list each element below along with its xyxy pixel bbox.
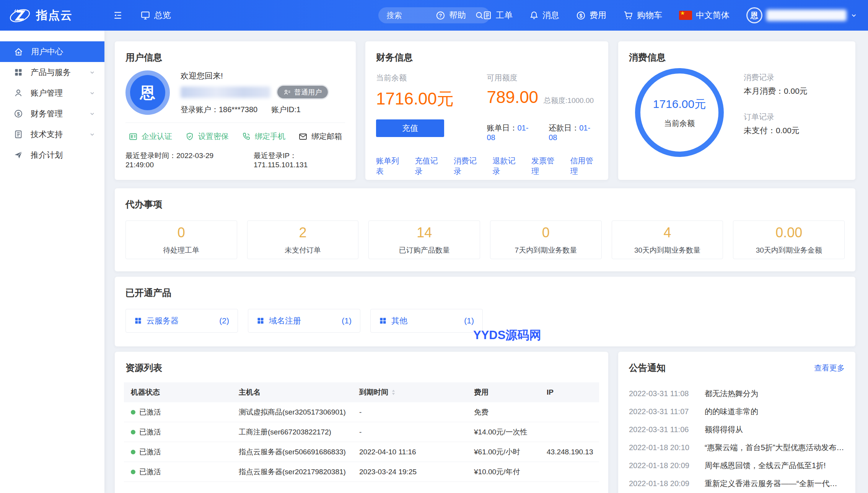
chevron-down-icon <box>89 131 95 137</box>
top-navbar: 指点云 总览 <box>0 0 868 31</box>
todo-expiring-7days[interactable]: 0 7天内到期业务数量 <box>490 220 602 259</box>
nav-message[interactable]: 消息 <box>529 10 559 21</box>
card-title: 消费信息 <box>618 41 855 64</box>
svg-text:$: $ <box>17 111 20 117</box>
link-refund-records[interactable]: 退款记录 <box>493 156 520 176</box>
view-more-link[interactable]: 查看更多 <box>814 363 845 373</box>
unpaid-value: 未支付：0.00元 <box>744 125 808 136</box>
link-invoice-management[interactable]: 发票管理 <box>531 156 559 176</box>
shield-check-icon <box>185 132 194 141</box>
china-flag-icon: ★ <box>679 11 692 20</box>
announcement-item[interactable]: 2022-01-18 20:10 “惠聚云端，首台5折”大型优惠活动发布上线 <box>629 439 845 457</box>
nav-fee[interactable]: $ 费用 <box>576 10 606 21</box>
todo-card: 代办事项 0 待处理工单 2 未支付订单 14 已订购产品数量 0 7天内到期业… <box>115 188 855 271</box>
announcement-item[interactable]: 2022-01-18 20:09 重新定义香港云服务器——“全新一代香港云主机”… <box>629 475 845 493</box>
card-title: 代办事项 <box>115 188 855 211</box>
watermark: YYDS源码网 <box>473 327 541 343</box>
verify-email[interactable]: 绑定邮箱 <box>298 131 342 142</box>
sidebar-collapse-icon[interactable] <box>113 10 123 20</box>
welcome-text: 欢迎您回来! <box>181 70 328 81</box>
search-icon[interactable] <box>475 11 484 20</box>
user-info-card: 用户信息 恩 欢迎您回来! 普通用户 <box>115 41 356 180</box>
svg-text:$: $ <box>580 12 583 18</box>
table-row[interactable]: 已激活 指点云服务器(ser506691686833) 2022-04-10 1… <box>124 442 599 462</box>
todo-unpaid-orders[interactable]: 2 未支付订单 <box>247 220 359 259</box>
consume-info-card: 消费信息 1716.00元 当前余额 消费记录 本月消费：0.00元 订单记录 … <box>618 41 855 180</box>
member-icon <box>283 89 291 96</box>
link-consume-records[interactable]: 消费记录 <box>454 156 481 176</box>
card-title: 资源列表 <box>115 352 608 374</box>
sidebar-item-support[interactable]: 技术支持 <box>0 124 104 145</box>
announcement-item[interactable]: 2022-03-31 11:08 都无法热舞分为 <box>629 385 845 403</box>
product-cloud-server[interactable]: 云服务器 (2) <box>125 309 238 333</box>
dollar-icon: $ <box>14 109 23 118</box>
user-avatar: 恩 <box>125 70 170 115</box>
activated-products-card: 已开通产品 云服务器 (2) 域名注册 (1) <box>115 277 855 346</box>
chevron-down-icon <box>89 90 95 96</box>
search-box <box>378 7 490 23</box>
todo-expiring-30days[interactable]: 4 30天内到期业务数量 <box>612 220 723 259</box>
login-account: 登录账户：186***7380 <box>181 104 257 115</box>
todo-pending-tickets[interactable]: 0 待处理工单 <box>125 220 237 259</box>
product-domain[interactable]: 域名注册 (1) <box>248 309 360 333</box>
user-icon <box>14 88 23 98</box>
paper-plane-icon <box>14 150 23 160</box>
announcement-item[interactable]: 2022-01-18 20:09 周年感恩回馈，全线云产品低至1折! <box>629 457 845 475</box>
bill-day: 账单日：01-08 <box>487 123 536 142</box>
link-recharge-records[interactable]: 充值记录 <box>415 156 443 176</box>
table-row[interactable]: 已激活 指点云服务器(ser202179820381) 2023-03-24 1… <box>124 462 599 482</box>
balance-label: 当前余额 <box>376 73 487 83</box>
recharge-button[interactable]: 充值 <box>376 119 444 137</box>
redacted-username <box>766 10 847 21</box>
sidebar-item-user-center[interactable]: 用户中心 <box>0 41 104 62</box>
envelope-icon <box>298 132 308 141</box>
sidebar-item-products-services[interactable]: 产品与服务 <box>0 62 104 83</box>
nav-user-menu[interactable]: 恩 <box>746 7 857 23</box>
brand-logo-icon <box>9 7 31 24</box>
sidebar-item-account[interactable]: 账户管理 <box>0 83 104 103</box>
verify-enterprise[interactable]: 企业认证 <box>129 131 172 142</box>
ring-balance-label: 当前余额 <box>664 118 695 129</box>
brand-logo[interactable]: 指点云 <box>0 7 104 24</box>
announcement-item[interactable]: 2022-03-31 11:06 额得得得从 <box>629 421 845 439</box>
todo-expiring-30days-amount[interactable]: 0.00 30天内到期业务金额 <box>733 220 845 259</box>
product-other[interactable]: 其他 (1) <box>370 309 483 333</box>
redacted-username <box>181 87 270 98</box>
consume-records-label: 消费记录 <box>744 72 808 83</box>
sidebar-item-referral[interactable]: 推介计划 <box>0 145 104 165</box>
credit-label: 可用额度 <box>487 73 598 83</box>
status-dot <box>131 410 135 415</box>
table-row[interactable]: 已激活 工商注册(ser667203822172) - ¥14.00元/一次性 <box>124 422 599 442</box>
navbar-left: 总览 <box>104 10 171 21</box>
chevron-down-icon <box>89 69 95 75</box>
link-bill-list[interactable]: 账单列表 <box>376 156 404 176</box>
credit-total: 总额度:1000.00 <box>544 96 594 106</box>
grid-icon <box>14 68 23 77</box>
home-icon <box>14 47 23 57</box>
announcement-item[interactable]: 2022-03-31 11:07 的的味道非常的 <box>629 403 845 421</box>
search-input[interactable] <box>387 11 475 20</box>
cart-icon <box>623 11 633 20</box>
brand-name: 指点云 <box>36 8 73 23</box>
ring-balance-value: 1716.00元 <box>653 96 706 112</box>
sort-icon[interactable] <box>391 389 396 395</box>
grid-icon <box>134 317 142 325</box>
grid-icon <box>257 317 264 325</box>
card-title: 用户信息 <box>115 41 356 64</box>
verify-phone[interactable]: 绑定手机 <box>242 131 285 142</box>
month-consume-value: 本月消费：0.00元 <box>744 86 808 96</box>
link-credit-management[interactable]: 信用管理 <box>570 156 598 176</box>
nav-cart[interactable]: 购物车 <box>623 10 662 21</box>
resource-list-card: 资源列表 机器状态 主机名 到期时间 费用 IP 已激活 测试 <box>115 352 608 493</box>
order-records-label: 订单记录 <box>744 112 808 122</box>
nav-language[interactable]: ★ 中文简体 <box>679 10 730 21</box>
todo-ordered-products[interactable]: 14 已订购产品数量 <box>368 220 480 259</box>
table-row[interactable]: 已激活 测试虚拟商品(ser320517306901) - 免费 <box>124 402 599 422</box>
monitor-icon <box>140 10 150 20</box>
nav-overview[interactable]: 总览 <box>140 10 171 21</box>
verify-security[interactable]: 设置密保 <box>185 131 229 142</box>
sidebar-item-finance[interactable]: $ 财务管理 <box>0 103 104 124</box>
document-icon <box>14 130 23 139</box>
phone-icon <box>242 132 251 141</box>
dollar-icon: $ <box>576 11 586 20</box>
